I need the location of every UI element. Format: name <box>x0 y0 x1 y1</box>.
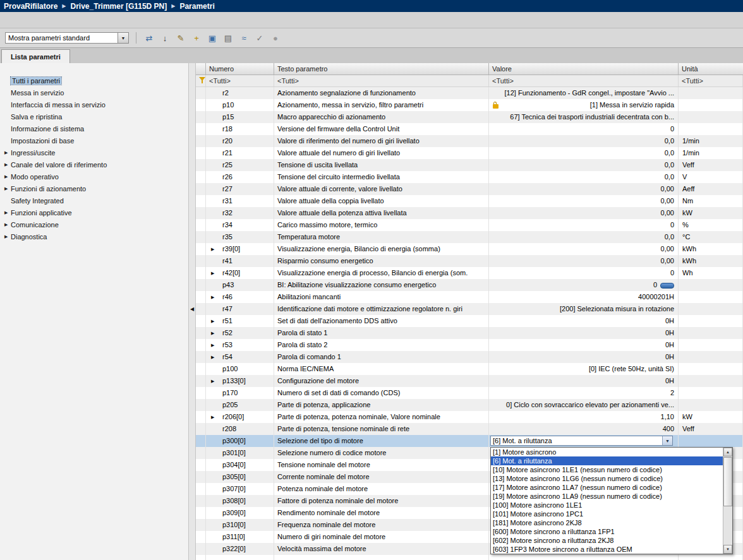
table-row[interactable]: ▶r53Parola di stato 20H <box>196 339 743 351</box>
table-row[interactable]: r18Versione del firmware della Control U… <box>196 123 743 135</box>
param-value[interactable]: [200] Selezionata misura in rotazione <box>489 303 679 315</box>
filter-cell[interactable]: <Tutti> <box>206 75 274 86</box>
dropdown-scrollbar[interactable]: ▲ ▼ <box>723 448 732 554</box>
param-value[interactable]: 2 <box>489 387 679 399</box>
tab-lista-parametri[interactable]: Lista parametri <box>1 49 70 63</box>
dropdown-option[interactable]: [100] Motore asincrono 1LE1 <box>491 501 723 509</box>
param-value[interactable]: 0] Ciclo con sovraccarico elevato per az… <box>489 399 679 411</box>
scroll-up-icon[interactable]: ▲ <box>723 448 732 456</box>
param-value[interactable]: 0,0 <box>489 231 679 243</box>
scrollbar-thumb[interactable] <box>723 457 732 506</box>
accept-icon[interactable]: ✓ <box>254 32 265 44</box>
table-row[interactable]: ▶p133[0]Configurazione del motore0H <box>196 375 743 387</box>
trace-icon[interactable]: ≈ <box>238 32 250 44</box>
table-row[interactable]: ▶r39[0]Visualizzazione energia, Bilancio… <box>196 243 743 255</box>
breadcrumb-item-provarifilatore[interactable]: ProvaRifilatore <box>4 2 57 11</box>
param-value[interactable]: 0,00 <box>489 195 679 207</box>
table-row[interactable]: r47Identificazione dati motore e ottimiz… <box>196 303 743 315</box>
sidebar-item-impostazioni-di-base[interactable]: Impostazioni di base <box>0 134 188 146</box>
param-value[interactable]: 0H <box>489 327 679 339</box>
sidebar-item-diagnostica[interactable]: ▶Diagnostica <box>0 230 188 242</box>
column-header-numero[interactable]: Numero <box>206 63 274 74</box>
dropdown-option[interactable]: [1] Motore asincrono <box>491 448 723 456</box>
table-row[interactable]: r27Valore attuale di corrente, valore li… <box>196 183 743 195</box>
collapse-sidebar-icon[interactable]: ◀ <box>189 306 195 312</box>
motor-type-combobox[interactable]: [6] Mot. a riluttanza▼ <box>490 436 673 446</box>
expand-icon[interactable]: ▶ <box>211 339 214 351</box>
sidebar-item-interfaccia-di-messa-in-servizio[interactable]: Interfaccia di messa in servizio <box>0 98 188 110</box>
param-value[interactable]: 0 <box>489 279 679 291</box>
expand-icon[interactable]: ▶ <box>211 291 214 303</box>
param-value[interactable]: 0H <box>489 351 679 363</box>
view-options-icon[interactable]: ⇄ <box>143 32 155 44</box>
param-value[interactable]: 0,00 <box>489 183 679 195</box>
splitter[interactable]: ◀ <box>188 63 196 560</box>
param-value[interactable]: 0H <box>489 339 679 351</box>
parameter-view-select[interactable]: Mostra parametri standard ▼ <box>5 32 129 44</box>
dropdown-option[interactable]: [13] Motore asincrono 1LG6 (nessun numer… <box>491 474 723 483</box>
table-row[interactable]: p170Numero di set di dati di comando (CD… <box>196 387 743 399</box>
dropdown-option[interactable]: [6] Mot. a riluttanza <box>491 456 723 465</box>
sidebar-item-messa-in-servizio[interactable]: Messa in servizio <box>0 86 188 98</box>
table-row[interactable]: ▶r206[0]Parte di potenza, potenza nomina… <box>196 411 743 423</box>
table-row[interactable]: r2Azionamento segnalazione di funzioname… <box>196 87 743 99</box>
dropdown-option[interactable]: [101] Motore asincrono 1PC1 <box>491 509 723 518</box>
table-row[interactable]: r31Valore attuale della coppia livellato… <box>196 195 743 207</box>
sidebar-item-tutti-i-parametri[interactable]: Tutti i parametri <box>0 74 188 86</box>
param-value[interactable]: 0,0 <box>489 147 679 159</box>
param-value[interactable]: 0H <box>489 315 679 327</box>
param-value[interactable]: 0,0 <box>489 159 679 171</box>
param-value[interactable]: 67] Tecnica dei trasporti industriali de… <box>489 111 679 123</box>
expand-icon[interactable]: ▶ <box>211 375 214 387</box>
dropdown-option[interactable]: [600] Motore sincrono a riluttanza 1FP1 <box>491 527 723 536</box>
table-row[interactable]: ▶r51Set di dati dell'azionamento DDS att… <box>196 315 743 327</box>
expand-icon[interactable]: ▶ <box>211 411 214 423</box>
table-row[interactable]: p205Parte di potenza, applicazione0] Cic… <box>196 399 743 411</box>
column-header-testo-parametro[interactable]: Testo parametro <box>274 63 489 74</box>
param-value[interactable]: 40000201H <box>489 291 679 303</box>
expand-icon[interactable]: ▶ <box>211 327 214 339</box>
sidebar-item-comunicazione[interactable]: ▶Comunicazione <box>0 218 188 230</box>
table-row[interactable]: p100Norma IEC/NEMA[0] IEC (rete 50Hz, un… <box>196 363 743 375</box>
param-value[interactable]: 0,00 <box>489 255 679 267</box>
dropdown-option[interactable]: [602] Motore sincrono a riluttanza 2KJ8 <box>491 536 723 545</box>
save-icon[interactable]: ▣ <box>207 32 218 44</box>
filter-cell[interactable]: <Tutti> <box>489 75 679 86</box>
new-document-icon[interactable]: ▤ <box>222 32 234 44</box>
expand-icon[interactable]: ▶ <box>211 315 214 327</box>
table-row[interactable]: r21Valore attuale del numero di giri liv… <box>196 147 743 159</box>
param-value[interactable]: [0] IEC (rete 50Hz, unità SI) <box>489 363 679 375</box>
column-header-unit[interactable]: Unità <box>679 63 743 74</box>
table-row[interactable]: r34Carico massimo motore, termico0% <box>196 219 743 231</box>
table-row[interactable]: ▶r52Parola di stato 10H <box>196 327 743 339</box>
sidebar-item-salva-e-ripristina[interactable]: Salva e ripristina <box>0 110 188 122</box>
download-parameters-icon[interactable]: ↓ <box>159 32 171 44</box>
sidebar-item-modo-operativo[interactable]: ▶Modo operativo <box>0 170 188 182</box>
table-row[interactable]: p300[0]Selezione del tipo di motore[6] M… <box>196 435 743 447</box>
chevron-down-icon[interactable]: ▼ <box>118 33 128 43</box>
table-row[interactable]: r20Valore di riferimento del numero di g… <box>196 135 743 147</box>
table-row[interactable]: p10Azionamento, messa in servizio, filtr… <box>196 99 743 111</box>
table-row[interactable]: ▶r42[0]Visualizzazione energia di proces… <box>196 267 743 279</box>
table-row[interactable] <box>196 555 743 560</box>
sidebar-item-canale-del-valore-di-riferimento[interactable]: ▶Canale del valore di riferimento <box>0 158 188 170</box>
param-value[interactable]: 0,0 <box>489 135 679 147</box>
table-row[interactable]: r41Risparmio consumo energetico0,00kWh <box>196 255 743 267</box>
expand-icon[interactable]: ▶ <box>211 351 214 363</box>
breadcrumb-item-drive-trimmer-g115d-pn[interactable]: Drive_Trimmer [G115D PN] <box>71 2 167 11</box>
param-value[interactable]: 0,00 <box>489 243 679 255</box>
sidebar-item-funzioni-applicative[interactable]: ▶Funzioni applicative <box>0 206 188 218</box>
param-value[interactable]: 1,10 <box>489 411 679 423</box>
table-row[interactable]: r25Tensione di uscita livellata0,0Veff <box>196 159 743 171</box>
filter-cell[interactable]: <Tutti> <box>274 75 489 86</box>
new-object-icon[interactable]: + <box>191 32 202 44</box>
table-row[interactable]: p15Macro apparecchio di azionamento67] T… <box>196 111 743 123</box>
breadcrumb-item-parametri[interactable]: Parametri <box>179 2 214 11</box>
table-row[interactable]: r26Tensione del circuito intermedio live… <box>196 171 743 183</box>
sidebar-item-informazione-di-sistema[interactable]: Informazione di sistema <box>0 122 188 134</box>
dropdown-option[interactable]: [181] Motore asincrono 2KJ8 <box>491 518 723 527</box>
param-value[interactable]: [1] Messa in servizio rapida <box>489 99 679 111</box>
record-icon[interactable]: ● <box>270 32 281 44</box>
param-value[interactable]: 0H <box>489 375 679 387</box>
table-row[interactable]: r35Temperatura motore0,0°C <box>196 231 743 243</box>
